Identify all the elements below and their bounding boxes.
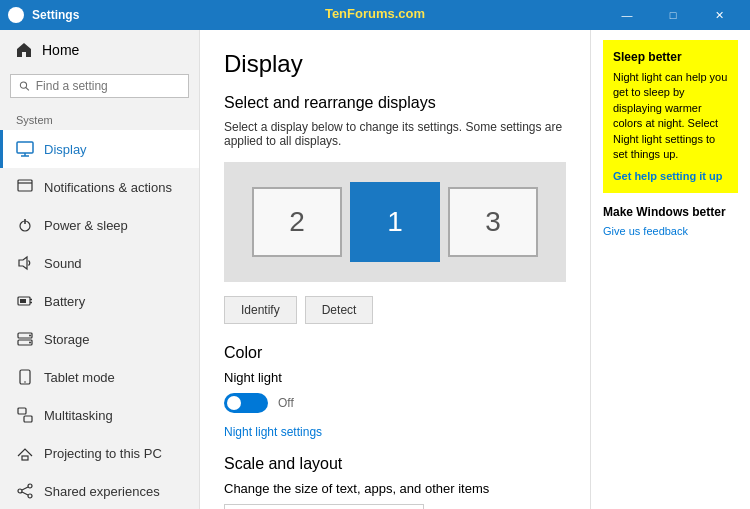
monitor-1[interactable]: 1 [350,182,440,262]
night-light-row: Night light [224,370,566,385]
notifications-icon [16,178,34,196]
home-icon [16,42,32,58]
svg-point-25 [18,489,22,493]
svg-point-0 [14,13,18,17]
sidebar-item-sound[interactable]: Sound [0,244,199,282]
page-title: Display [224,50,566,78]
scale-section: Scale and layout Change the size of text… [224,455,566,509]
settings-icon [8,7,24,23]
toggle-row: Off [224,393,566,413]
sidebar-item-projecting[interactable]: Projecting to this PC [0,434,199,472]
titlebar-title: Settings [32,8,79,22]
scale-desc: Change the size of text, apps, and other… [224,481,566,496]
sidebar-item-shared[interactable]: Shared experiences [0,472,199,509]
sidebar-item-storage[interactable]: Storage [0,320,199,358]
toggle-state: Off [278,396,294,410]
sidebar-label-storage: Storage [44,332,90,347]
sidebar-item-notifications[interactable]: Notifications & actions [0,168,199,206]
sleep-better-text: Night light can help you get to sleep by… [613,70,728,162]
maximize-button[interactable]: □ [650,0,696,30]
search-box[interactable] [10,74,189,98]
sidebar-label-tablet: Tablet mode [44,370,115,385]
battery-icon [16,292,34,310]
svg-point-24 [28,484,32,488]
tablet-icon [16,368,34,386]
svg-line-27 [22,487,28,490]
titlebar-left: Settings [8,7,79,23]
make-better-title: Make Windows better [603,205,738,219]
scale-dropdown[interactable]: 100% (Recommended) [224,504,424,509]
sidebar-label-projecting: Projecting to this PC [44,446,162,461]
close-button[interactable]: ✕ [696,0,742,30]
sidebar-label-power: Power & sleep [44,218,128,233]
sidebar-item-battery[interactable]: Battery [0,282,199,320]
sleep-better-title: Sleep better [613,50,728,64]
svg-point-18 [29,342,31,344]
projecting-icon [16,444,34,462]
sidebar-label-battery: Battery [44,294,85,309]
sound-icon [16,254,34,272]
svg-rect-21 [18,408,26,414]
svg-rect-12 [20,299,26,303]
display-icon [16,140,34,158]
night-light-label: Night light [224,370,282,385]
toggle-knob [227,396,241,410]
monitors-area: 2 1 3 [224,162,566,282]
shared-icon [16,482,34,500]
sleep-better-link[interactable]: Get help setting it up [613,170,722,182]
night-light-settings-link[interactable]: Night light settings [224,425,322,439]
sidebar-label-sound: Sound [44,256,82,271]
monitor-2[interactable]: 2 [252,187,342,257]
svg-marker-10 [19,257,27,269]
titlebar-controls: — □ ✕ [604,0,742,30]
sidebar: Home System Display [0,30,200,509]
svg-point-17 [29,335,31,337]
svg-rect-3 [17,142,33,153]
svg-rect-23 [22,456,28,460]
svg-rect-22 [24,416,32,422]
make-better-section: Make Windows better Give us feedback [603,205,738,238]
color-section: Color Night light Off Night light settin… [224,344,566,439]
sidebar-label-multitasking: Multitasking [44,408,113,423]
multitasking-icon [16,406,34,424]
titlebar: Settings TenForums.com — □ ✕ [0,0,750,30]
search-input[interactable] [36,79,180,93]
night-light-toggle[interactable] [224,393,268,413]
section-label: System [0,106,199,130]
color-title: Color [224,344,566,362]
sleep-better-box: Sleep better Night light can help you ge… [603,40,738,193]
detect-button[interactable]: Detect [305,296,374,324]
minimize-button[interactable]: — [604,0,650,30]
sidebar-label-notifications: Notifications & actions [44,180,172,195]
sidebar-item-display[interactable]: Display [0,130,199,168]
identify-button[interactable]: Identify [224,296,297,324]
scale-title: Scale and layout [224,455,566,473]
monitor-buttons: Identify Detect [224,296,566,324]
storage-icon [16,330,34,348]
svg-point-20 [24,381,26,383]
search-icon [19,80,30,92]
watermark: TenForums.com [325,6,425,21]
right-panel: Sleep better Night light can help you ge… [590,30,750,509]
select-rearrange-title: Select and rearrange displays [224,94,566,112]
sidebar-item-multitasking[interactable]: Multitasking [0,396,199,434]
svg-point-26 [28,494,32,498]
svg-line-28 [22,492,28,495]
select-rearrange-desc: Select a display below to change its set… [224,120,566,148]
feedback-link[interactable]: Give us feedback [603,225,688,237]
sidebar-label-shared: Shared experiences [44,484,160,499]
sidebar-item-power[interactable]: Power & sleep [0,206,199,244]
sidebar-label-display: Display [44,142,87,157]
sidebar-item-tablet[interactable]: Tablet mode [0,358,199,396]
home-label: Home [42,42,79,58]
svg-rect-6 [18,180,32,191]
main-content: Display Select and rearrange displays Se… [200,30,590,509]
power-icon [16,216,34,234]
app-body: Home System Display [0,30,750,509]
monitor-3[interactable]: 3 [448,187,538,257]
sidebar-item-home[interactable]: Home [0,30,199,70]
svg-line-2 [26,87,29,90]
svg-point-1 [20,82,26,88]
